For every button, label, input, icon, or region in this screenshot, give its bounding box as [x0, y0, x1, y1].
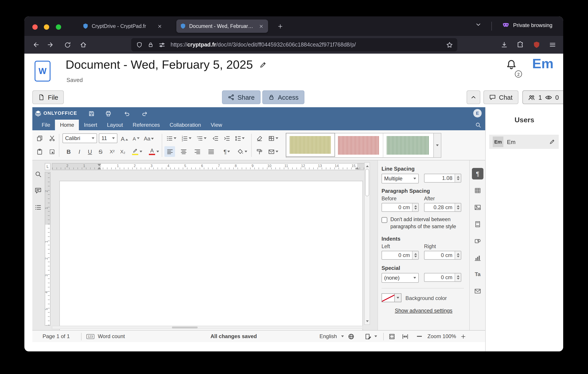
- v-ruler[interactable]: 21123456: [45, 172, 51, 326]
- align-left-button[interactable]: [164, 146, 175, 157]
- mail-merge-settings-tab[interactable]: [473, 287, 482, 296]
- font-size-select[interactable]: 11: [99, 133, 117, 143]
- background-color-dropdown[interactable]: [395, 293, 401, 302]
- special-indent-select[interactable]: (none): [381, 273, 419, 283]
- document-title[interactable]: Document - Wed, February 5, 2025: [66, 58, 266, 72]
- shape-settings-tab[interactable]: [473, 237, 482, 246]
- downloads-button[interactable]: [498, 39, 510, 51]
- spinner-up-icon[interactable]: [457, 204, 459, 207]
- spinner-down-icon[interactable]: [457, 255, 459, 259]
- menu-view[interactable]: View: [206, 120, 227, 130]
- minimize-window-button[interactable]: [44, 24, 49, 30]
- left-indent-marker[interactable]: [97, 167, 101, 169]
- menu-references[interactable]: References: [128, 120, 165, 130]
- style-gallery-item-2[interactable]: [334, 133, 383, 157]
- page-indicator[interactable]: Page 1 of 1: [42, 331, 70, 342]
- copy-button[interactable]: [34, 133, 45, 144]
- spinner-up-icon[interactable]: [414, 204, 417, 207]
- align-right-button[interactable]: [192, 146, 202, 157]
- collapse-toolbar-button[interactable]: [467, 90, 480, 104]
- share-button[interactable]: Share: [222, 90, 260, 104]
- advanced-settings-link[interactable]: Show advanced settings: [378, 308, 469, 314]
- spinner-up-icon[interactable]: [414, 252, 417, 255]
- decrease-font-button[interactable]: A: [131, 133, 141, 144]
- change-case-button[interactable]: Aa: [142, 133, 156, 144]
- notifications-button[interactable]: 2: [505, 59, 522, 78]
- document-page[interactable]: [59, 181, 363, 330]
- close-tab-icon[interactable]: [156, 23, 163, 30]
- cut-button[interactable]: [47, 133, 57, 144]
- increase-font-button[interactable]: A: [119, 133, 130, 144]
- quick-save-button[interactable]: [85, 109, 97, 117]
- maximize-window-button[interactable]: [56, 24, 61, 30]
- text-art-settings-tab[interactable]: Ta: [473, 270, 482, 279]
- highlight-color-button[interactable]: [130, 146, 144, 157]
- spinner-down-icon[interactable]: [457, 208, 459, 211]
- vertical-scrollbar[interactable]: [364, 162, 370, 325]
- nonprinting-chars-button[interactable]: ¶: [220, 146, 233, 157]
- reload-button[interactable]: [61, 39, 74, 51]
- spinner-down-icon[interactable]: [457, 178, 459, 181]
- navigation-button[interactable]: [34, 203, 42, 212]
- back-button[interactable]: [29, 39, 42, 51]
- numbered-list-button[interactable]: [179, 133, 193, 144]
- style-gallery-expand-button[interactable]: [434, 133, 441, 158]
- indent-left-spinner[interactable]: 0 cm: [381, 251, 419, 260]
- italic-button[interactable]: I: [74, 146, 85, 157]
- connection-lock-icon[interactable]: [147, 42, 154, 48]
- tab-cryptdrive[interactable]: CryptDrive - CryptPad.fr: [79, 20, 167, 33]
- special-indent-spinner[interactable]: 0 cm: [424, 273, 461, 282]
- language-selector[interactable]: English: [319, 331, 344, 342]
- word-count-button[interactable]: 123 Word count: [86, 331, 125, 342]
- extensions-button[interactable]: [514, 39, 526, 51]
- bullet-list-button[interactable]: [164, 133, 178, 144]
- zoom-out-button[interactable]: [417, 331, 422, 342]
- tab-document[interactable]: Document - Wed, February 5, 2: [176, 20, 268, 33]
- font-name-select[interactable]: Calibri: [63, 133, 97, 143]
- image-settings-tab[interactable]: [473, 203, 482, 212]
- background-color-swatch[interactable]: [381, 293, 395, 302]
- user-list-button[interactable]: 1 0: [522, 90, 563, 104]
- bold-button[interactable]: B: [63, 146, 74, 157]
- access-button[interactable]: Access: [262, 90, 304, 104]
- menu-home[interactable]: Home: [55, 120, 79, 130]
- chat-button[interactable]: Chat: [483, 90, 518, 104]
- spinner-up-icon[interactable]: [457, 274, 459, 277]
- scrollbar-thumb[interactable]: [365, 169, 369, 196]
- search-icon[interactable]: [475, 122, 481, 128]
- superscript-button[interactable]: X²: [107, 146, 117, 157]
- ublock-button[interactable]: [530, 39, 543, 51]
- line-spacing-select[interactable]: Multiple: [381, 174, 419, 183]
- spinner-down-icon[interactable]: [414, 208, 417, 211]
- indent-right-spinner[interactable]: 0 cm: [424, 251, 461, 260]
- scroll-down-button[interactable]: [365, 319, 369, 324]
- rename-user-pencil-icon[interactable]: [549, 139, 555, 145]
- subscript-button[interactable]: X₂: [117, 146, 128, 157]
- table-settings-tab[interactable]: [473, 186, 482, 195]
- close-tab-icon[interactable]: [257, 23, 264, 30]
- mail-merge-button[interactable]: [266, 146, 280, 157]
- menu-insert[interactable]: Insert: [79, 120, 102, 130]
- close-window-button[interactable]: [32, 24, 38, 30]
- font-color-button[interactable]: A: [147, 146, 161, 157]
- new-tab-button[interactable]: [275, 21, 285, 31]
- url-text[interactable]: https://cryptpad.fr/doc/#/3/doc/edit/ff0…: [171, 42, 442, 48]
- first-line-indent-marker[interactable]: [97, 164, 101, 166]
- find-button[interactable]: [34, 170, 42, 179]
- chart-settings-tab[interactable]: [473, 253, 482, 262]
- style-gallery-item-1[interactable]: [286, 133, 335, 157]
- copy-style-button[interactable]: [254, 146, 264, 157]
- fit-page-button[interactable]: [388, 331, 395, 342]
- underline-button[interactable]: U: [85, 146, 95, 157]
- strikethrough-button[interactable]: S: [95, 146, 106, 157]
- justify-button[interactable]: [206, 146, 216, 157]
- zoom-level[interactable]: Zoom 100%: [426, 331, 458, 342]
- line-spacing-button[interactable]: [233, 133, 246, 144]
- tab-stop-selector[interactable]: L: [45, 163, 51, 170]
- file-menu-button[interactable]: File: [32, 90, 64, 104]
- tracking-shield-icon[interactable]: [136, 42, 143, 48]
- print-button[interactable]: [102, 109, 114, 117]
- list-tabs-button[interactable]: [475, 21, 482, 28]
- forward-button[interactable]: [45, 39, 57, 51]
- menu-collaboration[interactable]: Collaboration: [165, 120, 206, 130]
